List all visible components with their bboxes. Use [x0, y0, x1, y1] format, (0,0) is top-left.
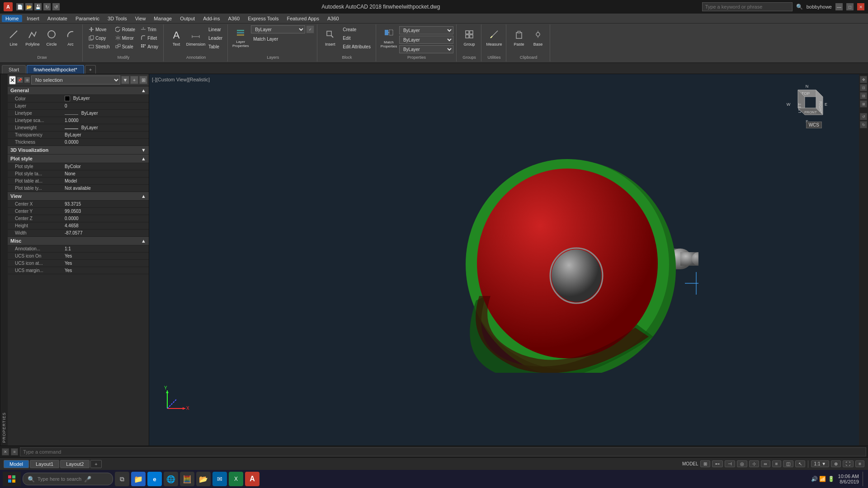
- swivel-btn[interactable]: ↻: [860, 121, 867, 128]
- taskbar-excel-btn[interactable]: X: [229, 472, 243, 486]
- menu-annotate[interactable]: Annotate: [44, 15, 71, 22]
- circle-btn[interactable]: Circle: [42, 25, 61, 51]
- taskbar-autocad-btn[interactable]: A: [245, 472, 259, 486]
- add-tab-btn[interactable]: +: [85, 65, 96, 74]
- insert-btn[interactable]: Insert: [321, 25, 339, 51]
- trim-btn[interactable]: Trim: [138, 25, 160, 33]
- bylayer-color-dropdown[interactable]: ByLayer: [399, 26, 453, 34]
- view-section-header[interactable]: View ▲: [8, 192, 149, 201]
- maximize-btn[interactable]: □: [846, 3, 854, 10]
- copy-btn[interactable]: Copy: [86, 34, 112, 42]
- status-select-btn[interactable]: ↖: [795, 460, 805, 467]
- layout2-tab[interactable]: Layout2: [60, 460, 90, 468]
- taskbar-edge-btn[interactable]: e: [147, 472, 162, 486]
- line-btn[interactable]: Line: [5, 25, 23, 51]
- menu-featured[interactable]: Featured Apps: [283, 15, 323, 22]
- layer-dropdown[interactable]: ByLayer 0: [251, 25, 305, 33]
- menu-view[interactable]: View: [132, 15, 150, 22]
- redo-btn[interactable]: ↺: [52, 3, 60, 10]
- group-btn[interactable]: Group: [460, 25, 478, 51]
- cmd-close-btn[interactable]: ✕: [2, 448, 9, 455]
- orbit-btn[interactable]: ↺: [860, 113, 867, 120]
- plotstyle-section-header[interactable]: Plot style ▲: [8, 155, 149, 163]
- table-btn[interactable]: Table: [206, 42, 225, 51]
- taskbar-task-view[interactable]: ⧉: [115, 472, 129, 486]
- paste-btn[interactable]: Paste: [510, 25, 528, 51]
- menu-home[interactable]: Home: [2, 15, 22, 22]
- panel-pin-btn[interactable]: 📌: [17, 77, 23, 83]
- pan-btn[interactable]: ✥: [860, 76, 867, 83]
- panel-expand-btn[interactable]: ⊕: [24, 77, 30, 83]
- search-input[interactable]: [702, 2, 793, 11]
- fillet-btn[interactable]: Fillet: [138, 34, 160, 42]
- base-btn[interactable]: Base: [529, 25, 547, 51]
- menu-output[interactable]: Output: [176, 15, 198, 22]
- menu-express[interactable]: Express Tools: [244, 15, 282, 22]
- rotate-btn[interactable]: Rotate: [113, 25, 137, 33]
- text-btn[interactable]: A Text: [167, 25, 185, 51]
- dimension-btn[interactable]: Dimension: [187, 25, 205, 51]
- zoom-prev-btn[interactable]: ⊟: [860, 92, 867, 99]
- zoom-window-btn[interactable]: ⊞: [860, 100, 867, 108]
- bylayer-ltype-dropdown[interactable]: ByLayer: [399, 36, 453, 44]
- general-section-header[interactable]: General ▲: [8, 86, 149, 95]
- bylayer-lweight-dropdown[interactable]: ByLayer: [399, 45, 453, 53]
- arc-btn[interactable]: Arc: [61, 25, 80, 51]
- array-btn[interactable]: Array: [138, 42, 160, 51]
- taskbar-outlook-btn[interactable]: ✉: [212, 472, 227, 486]
- match-properties-btn[interactable]: Match Properties: [380, 25, 398, 51]
- status-grid-btn[interactable]: ⊞: [700, 460, 710, 467]
- save-btn[interactable]: 💾: [34, 3, 42, 10]
- menu-a360[interactable]: A360: [224, 15, 243, 22]
- mirror-btn[interactable]: Mirror: [113, 34, 137, 42]
- polyline-btn[interactable]: Polyline: [24, 25, 42, 51]
- menu-insert[interactable]: Insert: [23, 15, 43, 22]
- status-ortho-btn[interactable]: ⊣: [725, 460, 735, 467]
- status-osnap-btn[interactable]: ⊹: [749, 460, 759, 467]
- select-add-btn[interactable]: +: [130, 76, 138, 84]
- status-polar-btn[interactable]: ◎: [737, 460, 747, 467]
- measure-btn[interactable]: Measure: [485, 25, 503, 51]
- open-btn[interactable]: 📂: [25, 3, 33, 10]
- model-tab[interactable]: Model: [4, 460, 29, 468]
- command-input[interactable]: [20, 447, 866, 456]
- select-quick-btn[interactable]: ▼: [121, 76, 129, 84]
- start-tab[interactable]: Start: [2, 65, 26, 74]
- status-annotation-scale-btn[interactable]: 1:1 ▼: [811, 460, 830, 467]
- create-btn[interactable]: Create: [340, 25, 373, 33]
- selection-dropdown[interactable]: No selection: [31, 75, 120, 84]
- status-snap-btn[interactable]: ⊷: [712, 460, 723, 467]
- status-otrack-btn[interactable]: ∞: [761, 460, 770, 467]
- taskbar-show-desktop[interactable]: [863, 472, 865, 486]
- taskbar-search-box[interactable]: 🔍 Type here to search 🎤: [23, 473, 113, 485]
- menu-3dtools[interactable]: 3D Tools: [104, 15, 131, 22]
- select-toggle-btn[interactable]: ⊞: [139, 76, 147, 84]
- taskbar-file-explorer[interactable]: 📁: [131, 472, 146, 486]
- menu-parametric[interactable]: Parametric: [72, 15, 103, 22]
- linear-btn[interactable]: Linear: [206, 25, 225, 33]
- close-btn[interactable]: ✕: [857, 3, 864, 10]
- zoom-extents-btn[interactable]: ⊡: [860, 84, 867, 91]
- minimize-btn[interactable]: —: [835, 3, 843, 10]
- autocad-logo[interactable]: A: [4, 2, 13, 11]
- undo-btn[interactable]: ↻: [43, 3, 51, 10]
- layer-properties-btn[interactable]: Layer Properties: [231, 25, 250, 51]
- cmd-settings-btn[interactable]: ≡: [11, 448, 18, 455]
- match-layer-btn[interactable]: Match Layer: [251, 35, 314, 43]
- file-tab[interactable]: finwheelwithpocket*: [27, 65, 84, 74]
- properties-close-btn[interactable]: ✕: [9, 76, 16, 84]
- status-transparency-btn[interactable]: ◫: [783, 460, 793, 467]
- stretch-btn[interactable]: Stretch: [86, 42, 112, 51]
- status-workspace-btn[interactable]: ⊕: [831, 460, 841, 467]
- taskbar-chrome-btn[interactable]: 🌐: [164, 472, 178, 486]
- move-btn[interactable]: Move: [86, 25, 112, 33]
- menu-manage[interactable]: Manage: [150, 15, 175, 22]
- add-layout-btn[interactable]: +: [90, 460, 101, 468]
- status-fullscreen-btn[interactable]: ⛶: [843, 460, 854, 467]
- status-lineweight-btn[interactable]: ≡: [772, 460, 781, 467]
- misc-section-header[interactable]: Misc ▲: [8, 237, 149, 245]
- taskbar-calculator-btn[interactable]: 🧮: [180, 472, 194, 486]
- layout1-tab[interactable]: Layout1: [30, 460, 59, 468]
- windows-start-btn[interactable]: [3, 472, 21, 486]
- scale-btn[interactable]: Scale: [113, 42, 137, 51]
